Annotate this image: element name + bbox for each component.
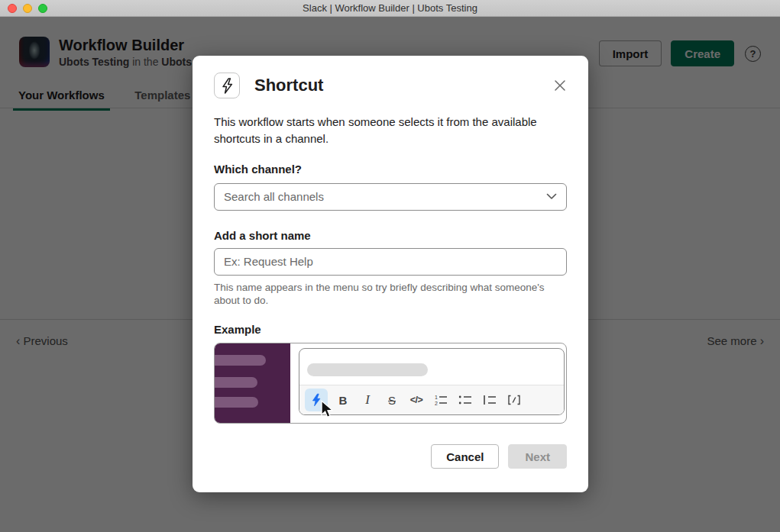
- example-sidebar-graphic: [215, 343, 290, 423]
- example-illustration: B I S </> 1 2: [214, 343, 567, 424]
- channel-search-input[interactable]: [224, 190, 546, 203]
- code-icon: </>: [404, 389, 429, 411]
- channel-select[interactable]: [214, 183, 567, 211]
- zoom-window-button[interactable]: [38, 4, 47, 13]
- example-formatting-toolbar: B I S </> 1 2: [299, 385, 564, 414]
- screen: Slack | Workflow Builder | Ubots Testing…: [0, 0, 780, 532]
- example-label: Example: [214, 323, 567, 336]
- close-window-button[interactable]: [8, 4, 17, 13]
- bullet-list-icon: [453, 389, 477, 411]
- lightning-bolt-icon: [221, 78, 234, 94]
- shortcut-icon-box: [214, 73, 240, 98]
- cancel-button[interactable]: Cancel: [431, 444, 499, 469]
- close-icon[interactable]: [552, 78, 568, 93]
- short-name-help: This name appears in the menu so try bri…: [214, 281, 567, 308]
- modal-footer: Cancel Next: [214, 444, 567, 469]
- blockquote-icon: [477, 389, 502, 411]
- short-name-label: Add a short name: [214, 229, 567, 242]
- chevron-down-icon: [546, 193, 557, 200]
- short-name-input[interactable]: [214, 248, 567, 276]
- window-controls: [8, 0, 47, 17]
- shortcut-modal: Shortcut This workflow starts when someo…: [193, 56, 588, 492]
- strikethrough-icon: S: [380, 389, 404, 411]
- mouse-cursor-icon: [319, 400, 335, 421]
- window-title: Slack | Workflow Builder | Ubots Testing: [303, 2, 477, 14]
- channel-label: Which channel?: [214, 163, 567, 176]
- ordered-list-icon: 1 2: [429, 389, 453, 411]
- next-button[interactable]: Next: [508, 444, 567, 469]
- code-block-icon: [502, 389, 526, 411]
- svg-text:2: 2: [435, 401, 438, 406]
- modal-title: Shortcut: [254, 76, 323, 95]
- example-text-placeholder: [307, 363, 428, 376]
- minimize-window-button[interactable]: [23, 4, 32, 13]
- macos-titlebar: Slack | Workflow Builder | Ubots Testing: [0, 0, 780, 17]
- svg-text:1: 1: [435, 395, 438, 400]
- italic-icon: I: [355, 389, 380, 411]
- modal-description: This workflow starts when someone select…: [214, 114, 559, 147]
- example-message-composer: B I S </> 1 2: [299, 348, 565, 415]
